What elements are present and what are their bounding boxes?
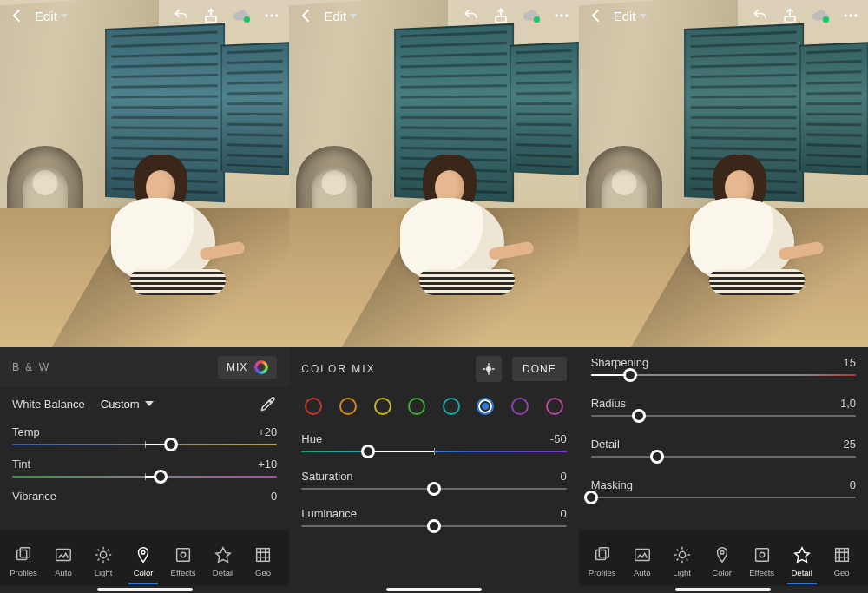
temp-value: +20 <box>258 425 277 438</box>
tint-slider[interactable] <box>12 476 277 478</box>
svg-point-2 <box>266 14 268 16</box>
swatch-blue[interactable] <box>477 398 494 415</box>
eyedropper-icon[interactable] <box>260 395 277 412</box>
svg-marker-32 <box>794 548 809 563</box>
tool-color[interactable]: Color <box>123 545 163 584</box>
back-icon[interactable] <box>298 7 315 24</box>
svg-rect-30 <box>755 549 768 562</box>
back-icon[interactable] <box>9 7 26 24</box>
sharpening-value: 15 <box>844 356 856 369</box>
swatch-magenta[interactable] <box>546 398 563 415</box>
svg-point-9 <box>141 550 145 554</box>
cloud-sync-icon[interactable] <box>522 6 541 25</box>
svg-point-4 <box>275 14 278 16</box>
svg-point-16 <box>555 14 557 16</box>
chevron-down-icon <box>61 14 68 18</box>
radius-slider[interactable] <box>591 415 856 417</box>
svg-point-11 <box>181 552 186 557</box>
tool-profiles[interactable]: Profiles <box>3 545 43 584</box>
undo-icon[interactable] <box>752 7 769 24</box>
top-bar: Edit <box>0 0 289 31</box>
svg-point-19 <box>487 367 491 372</box>
target-adjust-button[interactable] <box>476 356 502 382</box>
bw-toggle[interactable]: B & W <box>12 361 50 373</box>
svg-point-3 <box>271 14 273 16</box>
tool-geometry[interactable]: Geo <box>822 545 862 584</box>
more-icon[interactable] <box>263 7 280 24</box>
swatch-purple[interactable] <box>511 398 529 415</box>
detail-slider[interactable] <box>591 456 856 458</box>
masking-value: 0 <box>850 478 856 491</box>
tool-effects[interactable]: Effects <box>742 545 782 584</box>
more-icon[interactable] <box>553 7 570 24</box>
swatch-red[interactable] <box>305 398 322 415</box>
swatch-aqua[interactable] <box>443 398 460 415</box>
svg-rect-14 <box>496 16 506 23</box>
tool-effects[interactable]: Effects <box>163 545 203 584</box>
saturation-value: 0 <box>560 470 566 483</box>
tool-detail[interactable]: Detail <box>203 545 243 584</box>
hue-slider[interactable] <box>301 451 566 452</box>
white-balance-select[interactable]: Custom <box>101 398 154 411</box>
svg-point-23 <box>849 14 852 16</box>
svg-point-15 <box>533 16 539 23</box>
more-icon[interactable] <box>842 7 859 24</box>
svg-rect-20 <box>785 16 795 23</box>
back-icon[interactable] <box>588 7 605 24</box>
radius-label: Radius <box>591 397 626 410</box>
undo-icon[interactable] <box>463 7 480 24</box>
luminance-slider[interactable] <box>301 525 566 527</box>
done-button[interactable]: DONE <box>512 357 567 381</box>
undo-icon[interactable] <box>173 7 190 24</box>
pane-detail: Edit Sharpening15 Radius1,0 Detail25 Mas… <box>579 0 868 593</box>
tool-geometry[interactable]: Geo <box>243 545 283 584</box>
svg-rect-27 <box>635 550 649 561</box>
cloud-sync-icon[interactable] <box>232 6 251 25</box>
color-wheel-icon <box>254 360 268 374</box>
hue-label: Hue <box>301 432 322 445</box>
color-swatches <box>289 391 578 427</box>
tool-color[interactable]: Color <box>702 545 742 584</box>
swatch-orange[interactable] <box>339 398 357 415</box>
svg-point-21 <box>823 16 829 23</box>
top-bar: Edit <box>289 0 578 31</box>
panel-color: B & W MIX White Balance Custom Temp+20 T… <box>0 347 289 593</box>
swatch-yellow[interactable] <box>374 398 391 415</box>
mode-dropdown[interactable]: Edit <box>324 9 357 23</box>
tool-light[interactable]: Light <box>83 545 123 584</box>
mix-button[interactable]: MIX <box>218 356 277 379</box>
masking-slider[interactable] <box>591 497 856 498</box>
temp-label: Temp <box>12 425 40 438</box>
photo-preview[interactable] <box>289 0 578 347</box>
svg-rect-6 <box>20 548 30 557</box>
svg-rect-26 <box>599 548 608 557</box>
chevron-down-icon <box>640 14 647 18</box>
mode-dropdown[interactable]: Edit <box>35 9 68 23</box>
home-indicator[interactable] <box>675 588 771 591</box>
photo-preview[interactable] <box>0 0 289 347</box>
share-icon[interactable] <box>202 7 220 24</box>
sharpening-slider[interactable] <box>591 374 856 376</box>
detail-label: Detail <box>591 438 620 451</box>
home-indicator[interactable] <box>97 588 193 591</box>
chevron-down-icon <box>350 14 357 18</box>
svg-point-28 <box>679 551 685 557</box>
tool-auto[interactable]: Auto <box>43 545 83 584</box>
photo-preview[interactable] <box>579 0 868 347</box>
svg-marker-12 <box>216 548 231 563</box>
pane-color-mix: Edit COLOR MIX DONE <box>289 0 578 593</box>
saturation-label: Saturation <box>301 470 352 483</box>
share-icon[interactable] <box>492 7 510 24</box>
cloud-sync-icon[interactable] <box>811 6 830 25</box>
share-icon[interactable] <box>781 7 799 24</box>
tool-light[interactable]: Light <box>662 545 702 584</box>
home-indicator[interactable] <box>386 588 482 591</box>
swatch-green[interactable] <box>408 398 425 415</box>
mode-dropdown[interactable]: Edit <box>614 9 647 23</box>
tool-detail[interactable]: Detail <box>782 545 822 584</box>
temp-slider[interactable] <box>12 444 277 445</box>
tool-auto[interactable]: Auto <box>622 545 662 584</box>
tool-profiles[interactable]: Profiles <box>582 545 622 584</box>
svg-rect-5 <box>17 550 27 560</box>
saturation-slider[interactable] <box>301 488 566 490</box>
